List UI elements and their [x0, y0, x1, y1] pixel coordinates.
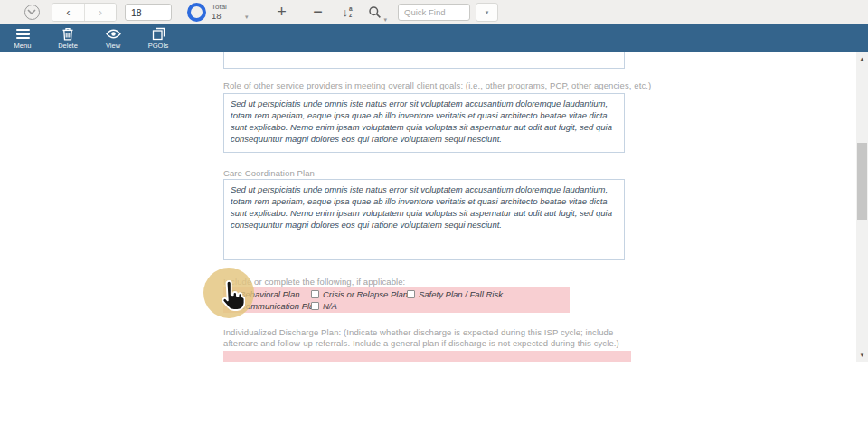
care-coordination-textarea[interactable]: Sed ut perspiciatis unde omnis iste natu…: [223, 179, 625, 260]
total-caret-down-icon[interactable]: ▾: [245, 14, 249, 21]
delete-button[interactable]: Delete: [45, 24, 90, 52]
scroll-down-icon[interactable]: ▼: [856, 350, 868, 361]
pgois-label: PGOIs: [148, 42, 169, 50]
copy-pages-icon: [152, 27, 165, 41]
eye-icon: [106, 27, 121, 41]
sort-az-button[interactable]: ↓ az: [342, 5, 352, 19]
na-label: N/A: [323, 301, 337, 311]
applicable-plans-highlight: Behavioral Plan Crisis or Relapse Plan S…: [223, 287, 570, 313]
sort-az-icon: az: [349, 6, 353, 18]
checkbox-icon[interactable]: [311, 290, 319, 298]
menu-icon: [16, 27, 30, 41]
previous-record-button[interactable]: ‹: [52, 4, 84, 21]
search-icon: [368, 5, 382, 19]
na-checkbox[interactable]: N/A: [311, 301, 337, 311]
role-of-providers-label: Role of other service providers in meeti…: [223, 80, 651, 90]
care-coordination-label: Care Coordination Plan: [223, 168, 315, 178]
discharge-plan-highlight-field[interactable]: [223, 351, 631, 362]
crisis-relapse-plan-label: Crisis or Relapse Plan: [323, 289, 408, 299]
total-ring-icon: [187, 3, 206, 22]
vertical-scrollbar[interactable]: ▲ ▼: [856, 52, 868, 362]
safety-plan-fall-risk-checkbox[interactable]: Safety Plan / Fall Risk: [407, 289, 503, 299]
view-button[interactable]: View: [90, 24, 136, 52]
zoom-out-button[interactable]: −: [307, 3, 327, 22]
view-label: View: [106, 42, 120, 50]
pgois-button[interactable]: PGOIs: [136, 24, 181, 52]
zoom-in-button[interactable]: +: [271, 3, 291, 22]
next-record-button[interactable]: ›: [84, 4, 116, 21]
checkbox-icon[interactable]: [311, 302, 319, 310]
form-document: Role of other service providers in meeti…: [0, 52, 856, 362]
scroll-up-icon[interactable]: ▲: [856, 53, 868, 64]
discharge-plan-label: Individualized Discharge Plan: (Indicate…: [223, 327, 646, 349]
search-caret-down-icon[interactable]: ▾: [384, 16, 388, 24]
search-button[interactable]: [368, 5, 382, 19]
safety-plan-fall-risk-label: Safety Plan / Fall Risk: [419, 289, 503, 299]
total-records: Total 18 ▾: [187, 3, 248, 22]
record-nav-group: ‹ ›: [52, 3, 117, 22]
role-of-providers-textarea[interactable]: Sed ut perspiciatis unde omnis iste natu…: [223, 93, 625, 153]
quick-find-dropdown-button[interactable]: ▾: [476, 3, 498, 22]
trash-icon: [61, 27, 74, 41]
pointer-hand-icon: [214, 279, 245, 314]
collapse-chevron-circle-icon[interactable]: [24, 5, 40, 20]
record-number-input[interactable]: [125, 4, 172, 21]
total-value: 18: [212, 12, 227, 22]
app-window: ‹ › Total 18 ▾ + − ↓ az ▾ ▾: [0, 0, 868, 424]
checkbox-icon[interactable]: [407, 290, 415, 298]
quick-find-input[interactable]: [398, 4, 470, 21]
scrollbar-thumb[interactable]: [857, 143, 867, 220]
top-toolbar: ‹ › Total 18 ▾ + − ↓ az ▾ ▾: [0, 0, 868, 24]
previous-field-textbox[interactable]: [223, 52, 625, 69]
ribbon-toolbar: Menu Delete View: [0, 24, 868, 52]
sort-arrow-icon: ↓: [342, 5, 348, 19]
crisis-relapse-plan-checkbox[interactable]: Crisis or Relapse Plan: [311, 289, 408, 299]
delete-label: Delete: [58, 42, 78, 50]
menu-label: Menu: [14, 42, 32, 50]
menu-button[interactable]: Menu: [0, 24, 45, 52]
